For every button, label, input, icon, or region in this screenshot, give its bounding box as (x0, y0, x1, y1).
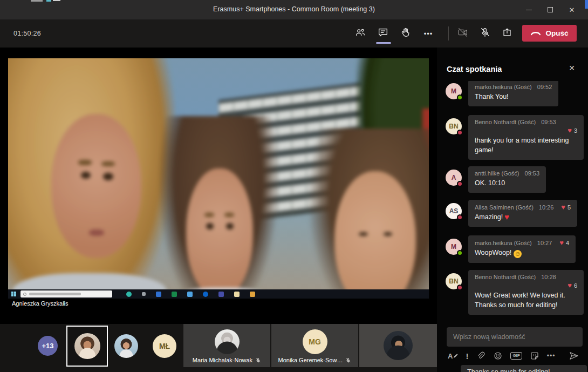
participant-avatar-initials[interactable]: MŁ (153, 334, 176, 358)
presence-busy-dot (457, 285, 463, 290)
message-time: 10:26 (539, 204, 554, 211)
heart-emoji: ♥ (504, 212, 509, 221)
sticker-button[interactable] (530, 351, 539, 361)
new-message-input[interactable] (447, 327, 583, 347)
compose-more-button[interactable]: ••• (547, 352, 556, 360)
clipped-message-bubble: Thanks so much for editing! (461, 365, 587, 372)
message-author: Alisa Salminen (Gość) (475, 204, 534, 211)
taskbar-search-box (20, 290, 112, 297)
meeting-toolbar: 01:50:26 (0, 19, 588, 48)
teams-meeting-window: Erasmus+ Smartphones - Common Room (meet… (0, 0, 588, 372)
chat-message: M marko.heikura (Gość) 09:52 Thank You! (446, 80, 584, 106)
chat-close-icon[interactable]: ✕ (569, 64, 575, 72)
raise-hand-button[interactable] (396, 24, 415, 43)
blurred-search-text (29, 293, 81, 295)
participant-tile[interactable]: MG Monika Geremek-Sow… (271, 324, 358, 367)
message-time: 10:28 (541, 274, 556, 280)
taskbar-app-icon (126, 292, 132, 297)
reaction-count: 6 (574, 282, 577, 289)
overflow-participants-badge[interactable]: +13 (38, 336, 58, 356)
background-window-fragment (46, 0, 51, 2)
emoji-button[interactable] (493, 351, 503, 361)
chat-message: AS Alisa Salminen (Gość) 10:26 ♥ 5 Amazi… (446, 200, 584, 227)
attach-button[interactable] (476, 351, 486, 361)
message-text: Amazing! (475, 213, 503, 221)
gif-button[interactable]: GIF (510, 352, 522, 360)
close-button[interactable]: ✕ (561, 0, 583, 19)
participant-avatar (384, 331, 413, 360)
maximize-icon (548, 7, 553, 12)
send-icon (569, 350, 579, 361)
message-bubble: marko.heikura (Gość) 10:27 ♥ 4 WoopWoop!… (468, 235, 576, 263)
camera-toggle-button[interactable] (453, 24, 473, 43)
chat-header: Czat spotkania ✕ (437, 48, 588, 81)
more-actions-button[interactable]: ••• (419, 24, 438, 43)
emoji-icon (493, 351, 503, 361)
format-button[interactable]: A (448, 352, 458, 360)
maximize-button[interactable] (539, 0, 561, 19)
participant-avatar (215, 329, 240, 354)
gif-icon: GIF (510, 352, 522, 360)
window-title: Erasmus+ Smartphones - Common Room (meet… (0, 5, 588, 13)
background-window-fragment (53, 0, 60, 1)
selected-participant-tile[interactable] (66, 326, 108, 367)
taskbar-app-icon (156, 292, 161, 297)
participants-filmstrip: +13 MŁ Maria Michalak-Nowak MG Monika Ge… (0, 324, 437, 372)
heart-reaction[interactable]: ♥ 5 (561, 204, 571, 211)
message-bubble: marko.heikura (Gość) 09:52 Thank You! (468, 80, 558, 106)
video-tone-overlay (8, 58, 429, 299)
presence-available-dot (457, 250, 463, 256)
presence-busy-dot (457, 181, 463, 187)
mic-toggle-button[interactable] (475, 24, 495, 43)
taskbar-app-icon (234, 292, 240, 297)
close-icon: ✕ (569, 6, 575, 14)
sticker-icon (530, 351, 539, 361)
windows-start-icon (11, 292, 17, 297)
presence-busy-dot (457, 130, 463, 136)
heart-icon: ♥ (568, 127, 572, 134)
format-icon: A (448, 352, 453, 360)
message-bubble: Alisa Salminen (Gość) 10:26 ♥ 5 Amazing!… (468, 200, 577, 227)
leave-meeting-button[interactable]: Opuść (522, 25, 577, 42)
priority-button[interactable]: ! (466, 351, 468, 361)
share-screen-button[interactable] (497, 24, 517, 43)
send-button[interactable] (569, 350, 579, 361)
taskbar-app-icon (142, 292, 146, 296)
message-author: marko.heikura (Gość) (475, 84, 532, 90)
participant-name: Maria Michalak-Nowak (193, 357, 252, 363)
share-screen-icon (501, 26, 513, 40)
participant-avatar (74, 333, 100, 359)
message-author: antti.hilke (Gość) (475, 170, 519, 177)
heart-reaction[interactable]: ♥ 4 (559, 239, 569, 246)
chat-toggle-button[interactable] (373, 24, 393, 43)
avatar: A (446, 170, 462, 186)
heart-reaction[interactable]: ♥ 3 (568, 127, 577, 134)
message-text: WoopWoop! (475, 249, 511, 256)
mic-off-icon (479, 26, 491, 40)
chat-message: BN Benno Nothardt (Gość) 10:28 ♥ 6 Wow! … (446, 270, 584, 315)
participant-tile[interactable] (359, 324, 437, 367)
minimize-icon (526, 10, 532, 10)
chat-message: A antti.hilke (Gość) 09:53 OK. 10:10 (446, 166, 584, 193)
message-bubble: Benno Nothardt (Gość) 10:28 ♥ 6 Wow! Gre… (468, 270, 584, 315)
heart-reaction[interactable]: ♥ 6 (568, 282, 577, 289)
message-time: 09:53 (541, 119, 556, 125)
taskbar-app-icon (203, 292, 208, 297)
participant-avatar[interactable] (114, 334, 138, 358)
chat-message: M marko.heikura (Gość) 10:27 ♥ 4 WoopWoo… (446, 235, 584, 263)
chat-message: BN Benno Nothardt (Gość) 09:53 ♥ 3 thank… (446, 115, 584, 160)
window-controls: ✕ (518, 0, 583, 19)
meeting-stage: Agnieszka Gryszkalis (0, 48, 437, 324)
minimize-button[interactable] (518, 0, 539, 19)
muted-mic-icon (255, 357, 261, 363)
participant-tile[interactable]: Maria Michalak-Nowak (183, 324, 270, 367)
message-text: thank you for a most interesting game! (475, 136, 577, 155)
participants-button[interactable] (351, 24, 370, 43)
hangup-icon (530, 30, 541, 36)
search-icon (23, 293, 26, 296)
more-icon: ••• (547, 352, 556, 360)
message-author: Benno Nothardt (Gość) (475, 119, 536, 125)
taskbar-app-icon (250, 292, 255, 297)
heart-icon: ♥ (568, 282, 572, 289)
compose-area (447, 327, 583, 347)
